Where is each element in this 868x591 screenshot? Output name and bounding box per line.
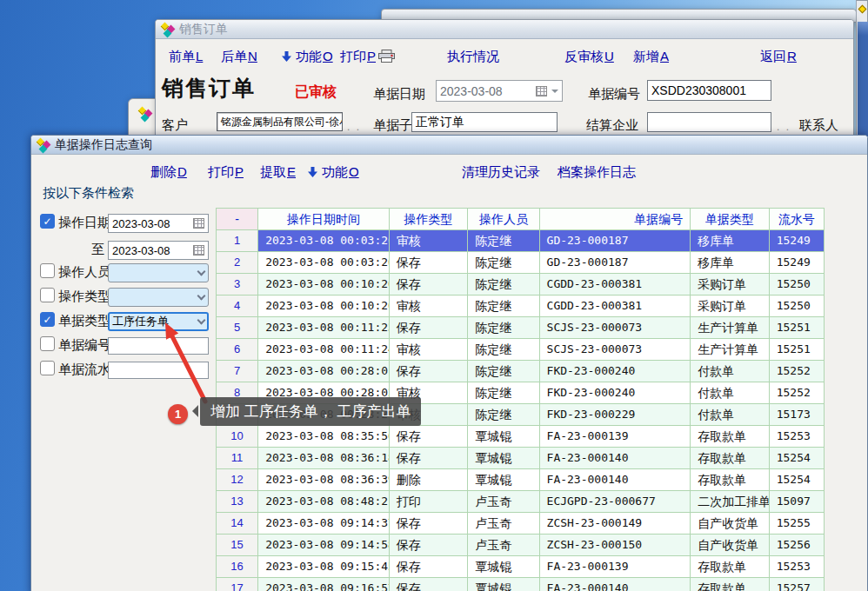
window-diamond-icon	[37, 138, 50, 152]
cell-4: FKD-23-000240	[539, 361, 691, 382]
cell-0: 3	[217, 274, 258, 296]
filter-bill-type-input[interactable]: 工序任务单	[108, 312, 209, 331]
table-row[interactable]: 142023-03-08 09:14:37保存卢玉奇ZCSH-23-000149…	[217, 513, 825, 535]
cell-2: 保存	[389, 426, 467, 448]
filter-operator-checkbox[interactable]	[40, 263, 55, 278]
cell-6: 15254	[769, 469, 824, 491]
dialog-toolbar-archive-log-button[interactable]: 档案操作日志	[558, 164, 636, 181]
table-row[interactable]: 162023-03-08 09:15:45保存覃城锟FA-23-000139存取…	[217, 556, 825, 578]
sales-menu-exec-status-button[interactable]: 执行情况	[447, 49, 499, 65]
cell-3: 覃城锟	[468, 469, 539, 491]
sales-menu-new-mnemonic: A	[660, 49, 669, 63]
settle-field[interactable]	[647, 112, 771, 132]
cell-5: 存取款单	[691, 469, 769, 491]
tooltip-caret-icon	[192, 405, 198, 417]
table-row[interactable]: 32023-03-08 00:10:20保存陈定继CGDD-23-000381采…	[217, 274, 825, 296]
cell-0: 11	[217, 448, 258, 469]
cell-6: 15251	[769, 317, 824, 339]
table-row[interactable]: 132023-03-08 08:48:21打印卢玉奇ECJGPD-23-0006…	[217, 491, 825, 513]
filter-bill-type-checkbox[interactable]: ✓	[40, 312, 55, 327]
table-row[interactable]: 152023-03-08 09:14:58保存卢玉奇ZCSH-23-000150…	[217, 535, 825, 556]
table-row[interactable]: 102023-03-08 08:35:50保存覃城锟FA-23-000139存取…	[217, 426, 825, 448]
filter-bill-serial-checkbox[interactable]	[40, 361, 55, 375]
sales-menu-new-button[interactable]: 新增A	[633, 49, 669, 65]
log-query-dialog: 单据操作日志查询 删除D打印P提取E功能O清理历史记录档案操作日志 按以下条件检…	[30, 135, 868, 591]
customer-field[interactable]: 铭源金属制品有限公司-徐小	[217, 112, 343, 131]
column-header-4: 单据编号	[539, 209, 691, 230]
dialog-toolbar-clear-history-button[interactable]: 清理历史记录	[462, 164, 540, 181]
cell-4: GD-23-000187	[539, 230, 691, 252]
chevron-down-icon[interactable]	[197, 267, 206, 276]
filter-operator-input[interactable]	[108, 263, 209, 282]
dialog-toolbar-print-button[interactable]: 打印P	[208, 164, 244, 181]
cell-4: SCJS-23-000073	[539, 317, 691, 339]
table-row[interactable]: 52023-03-08 00:11:23保存陈定继SCJS-23-000073生…	[217, 317, 825, 339]
cell-4: ZCSH-23-000150	[539, 535, 691, 556]
subtype-field[interactable]: 正常订单	[411, 112, 558, 132]
cell-4: FA-23-000140	[539, 469, 691, 491]
filter-op-date-checkbox[interactable]: ✓	[40, 214, 55, 229]
cell-2: 保存	[389, 252, 467, 274]
sales-menu-unaudit-button[interactable]: 反审核U	[564, 49, 614, 65]
table-row[interactable]: 12023-03-08 00:03:26审核陈定继GD-23-000187移库单…	[217, 230, 825, 252]
cell-0: 14	[217, 513, 258, 535]
table-row[interactable]: 22023-03-08 00:03:26保存陈定继GD-23-000187移库单…	[217, 252, 825, 274]
cell-1: 2023-03-08 00:03:26	[258, 230, 390, 252]
table-row[interactable]: 42023-03-08 00:10:20审核陈定继CGDD-23-000381采…	[217, 296, 825, 317]
sales-menu-printer-icon[interactable]	[378, 49, 398, 63]
sales-menu-next-button[interactable]: 后单N	[221, 49, 257, 65]
cell-2: 保存	[389, 578, 467, 591]
filter-bill-no-checkbox[interactable]	[40, 336, 55, 351]
table-row[interactable]: 72023-03-08 00:28:01保存陈定继FKD-23-000240付款…	[217, 361, 825, 382]
cell-5: 生产计算单	[691, 317, 769, 339]
dialog-toolbar-print-mnemonic: P	[235, 164, 244, 179]
dialog-titlebar[interactable]: 单据操作日志查询	[31, 136, 867, 155]
sales-menu-prev-button[interactable]: 前单L	[169, 49, 203, 65]
annotation-text: 增加 工序任务单， 工序产出单	[210, 403, 411, 420]
sales-menu-print-button[interactable]: 打印P	[340, 49, 376, 65]
customer-more-button[interactable]: . .	[347, 121, 361, 133]
dialog-toolbar-func-button[interactable]: 功能O	[307, 164, 359, 181]
form-title: 销售订单	[162, 74, 256, 103]
bill-date-field[interactable]: 2023-03-08	[436, 80, 563, 102]
down-arrow-icon	[281, 51, 292, 63]
table-row[interactable]: 122023-03-08 08:36:39删除覃城锟FA-23-000140存取…	[217, 469, 825, 491]
dropdown-arrow-icon[interactable]	[551, 90, 558, 96]
filter-bill-serial-input[interactable]	[108, 362, 209, 379]
cell-1: 2023-03-08 09:15:45	[258, 556, 390, 578]
calendar-icon[interactable]	[193, 218, 204, 229]
settle-more-button[interactable]: . .	[777, 121, 791, 133]
cell-2: 保存	[389, 274, 467, 296]
dialog-toolbar-delete-button[interactable]: 删除D	[150, 164, 187, 181]
dialog-toolbar-extract-button[interactable]: 提取E	[260, 164, 296, 181]
dialog-toolbar-extract-label: 提取	[260, 164, 286, 179]
sales-menu-func-button[interactable]: 功能O	[281, 49, 333, 65]
calendar-icon[interactable]	[193, 245, 204, 256]
cell-2: 保存	[389, 513, 467, 535]
filter-op-type-checkbox[interactable]	[40, 288, 55, 302]
column-header-2: 操作类型	[389, 209, 467, 230]
table-row[interactable]: 112023-03-08 08:36:18保存覃城锟FA-23-000140存取…	[217, 448, 825, 469]
filter-to-date-input[interactable]: 2023-03-08	[108, 241, 209, 260]
filter-bill-no-input[interactable]	[108, 337, 209, 355]
chevron-down-icon[interactable]	[197, 291, 206, 300]
column-header-1: 操作日期时间	[258, 209, 390, 230]
table-row[interactable]: 172023-03-08 09:16:57保存覃城锟FA-23-000140存取…	[217, 578, 825, 591]
sales-menu-return-button[interactable]: 返回R	[760, 49, 797, 65]
filter-op-date-label: 操作日期	[58, 215, 110, 231]
filter-op-type-input[interactable]	[108, 288, 209, 307]
cell-6: 15249	[769, 252, 824, 274]
cell-2: 审核	[389, 339, 467, 361]
bill-no-field[interactable]: XSDD230308001	[647, 80, 771, 101]
filter-op-date-input[interactable]: 2023-03-08	[108, 214, 209, 233]
filter-bill-no-label: 单据编号	[58, 337, 110, 354]
chevron-down-icon[interactable]	[197, 315, 206, 324]
sales-window-titlebar[interactable]: 销售订单	[156, 20, 853, 39]
cell-3: 陈定继	[468, 317, 539, 339]
table-row[interactable]: 62023-03-08 00:11:24审核陈定继SCJS-23-000073生…	[217, 339, 825, 361]
cell-6: 15173	[769, 404, 824, 426]
cell-2: 保存	[389, 535, 467, 556]
printer-icon	[378, 50, 395, 63]
cell-4: FA-23-000139	[539, 426, 691, 448]
calendar-icon[interactable]	[536, 86, 547, 96]
